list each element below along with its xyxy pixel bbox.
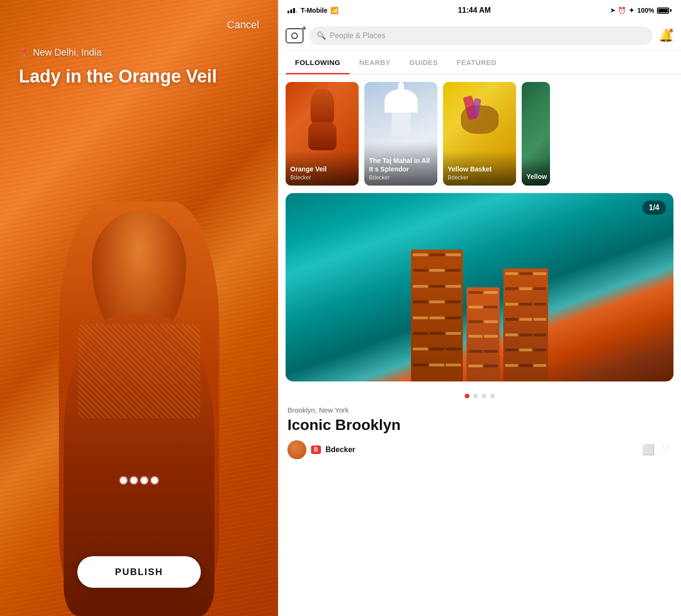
window	[468, 335, 483, 338]
flower-1	[120, 477, 127, 484]
buildings	[286, 231, 673, 381]
author-name: Bdecker	[326, 446, 355, 454]
tab-featured[interactable]: FEATURED	[447, 51, 506, 74]
window	[446, 269, 461, 272]
status-right: ➤ ⏰ ✦ 100%	[610, 7, 672, 14]
window	[505, 333, 518, 336]
dot-3[interactable]	[482, 394, 486, 398]
window	[533, 364, 546, 367]
card-2-label: The Taj Mahal in All It s Splendor Bdeck…	[364, 142, 437, 186]
window	[413, 269, 428, 272]
window	[533, 349, 546, 351]
card-2-title: The Taj Mahal in All It s Splendor	[369, 156, 433, 173]
window	[429, 316, 444, 319]
card-taj-mahal[interactable]: The Taj Mahal in All It s Splendor Bdeck…	[364, 82, 437, 186]
featured-card[interactable]: 1/4	[286, 193, 673, 381]
window	[413, 316, 428, 319]
window	[446, 316, 461, 319]
bar-4	[296, 11, 298, 13]
window	[505, 303, 518, 306]
battery-cap	[670, 9, 672, 12]
card-4-partial[interactable]: Yellow	[522, 82, 550, 186]
building-1	[411, 250, 463, 381]
window	[533, 287, 546, 290]
bar-3	[293, 8, 295, 13]
post-location: Brooklyn, New York	[287, 406, 672, 414]
building-2-windows	[468, 291, 498, 378]
dot-4[interactable]	[490, 394, 495, 398]
cancel-button[interactable]: Cancel	[227, 19, 259, 31]
window	[533, 318, 546, 321]
window-row	[505, 349, 546, 362]
bluetooth-icon: ✦	[629, 7, 634, 14]
card-orange-veil[interactable]: Orange Veil Bdecker	[286, 82, 359, 186]
card-3-basket	[461, 96, 499, 134]
window	[413, 253, 428, 256]
window	[446, 332, 461, 335]
camera-plus-icon: +	[302, 24, 306, 32]
window-row	[413, 300, 461, 315]
tab-guides[interactable]: GUIDES	[400, 51, 448, 74]
body-decoration	[78, 324, 200, 418]
camera-button[interactable]: +	[286, 28, 304, 43]
window	[429, 332, 444, 335]
window-row	[505, 272, 546, 286]
location-text: New Delhi, India	[33, 47, 102, 58]
share-icon[interactable]: ⬜	[642, 444, 655, 456]
counter-badge: 1/4	[642, 201, 666, 215]
status-bar: T-Mobile 📶 11:44 AM ➤ ⏰ ✦ 100%	[278, 0, 681, 21]
card-yellow-basket[interactable]: Yellow Basket Bdecker	[443, 82, 516, 186]
window-row	[468, 291, 498, 304]
window	[484, 365, 498, 367]
publish-button[interactable]: PUBLISH	[77, 556, 201, 588]
window	[429, 348, 444, 350]
window-row	[505, 287, 546, 301]
window	[413, 300, 428, 303]
arch-body	[392, 113, 410, 136]
window	[519, 349, 532, 351]
card-1-label: Orange Veil Bdecker	[286, 151, 359, 186]
window	[484, 350, 498, 353]
window-row	[468, 350, 498, 363]
action-icons: ⬜ ♡	[642, 444, 672, 456]
battery-body	[657, 8, 669, 14]
carrier-name: T-Mobile	[301, 7, 328, 14]
window	[413, 364, 428, 366]
left-panel: Cancel 📍 New Delhi, India Lady in the Or…	[0, 0, 278, 616]
search-header: + 🔍 People & Places 🔔	[278, 21, 681, 51]
notification-button[interactable]: 🔔	[658, 28, 673, 43]
window-row	[468, 335, 498, 348]
window-row	[505, 333, 546, 347]
window	[505, 287, 518, 290]
window	[446, 364, 461, 366]
bar-1	[287, 11, 289, 13]
heart-icon[interactable]: ♡	[662, 444, 672, 456]
dot-2[interactable]	[473, 394, 478, 398]
window	[519, 272, 532, 275]
window-row	[468, 320, 498, 333]
window	[505, 349, 518, 351]
photo-title: Lady in the Orange Veil	[19, 66, 259, 88]
building-3	[503, 268, 548, 381]
building-3-windows	[505, 272, 546, 378]
window	[519, 364, 532, 367]
window	[446, 300, 461, 303]
location-tag: 📍 New Delhi, India	[19, 47, 102, 58]
location-pin-icon: 📍	[19, 48, 29, 58]
tab-nearby[interactable]: NEARBY	[350, 51, 400, 74]
search-bar[interactable]: 🔍 People & Places	[309, 26, 653, 45]
main-content: Orange Veil Bdecker The Taj Mahal in All…	[278, 74, 681, 616]
arch-dome	[385, 89, 418, 113]
window	[429, 364, 444, 366]
window-row	[505, 364, 546, 378]
card-1-title: Orange Veil	[290, 165, 354, 173]
post-info: Brooklyn, New York Iconic Brooklyn B Bde…	[278, 406, 681, 465]
tab-following[interactable]: FOLLOWING	[286, 51, 350, 74]
alarm-icon: ⏰	[618, 7, 626, 14]
right-panel: T-Mobile 📶 11:44 AM ➤ ⏰ ✦ 100% + 🔍	[278, 0, 681, 616]
window-row	[505, 303, 546, 316]
bar-2	[290, 9, 292, 13]
camera-icon	[286, 28, 304, 43]
dot-1[interactable]	[465, 394, 469, 398]
window	[429, 285, 444, 288]
